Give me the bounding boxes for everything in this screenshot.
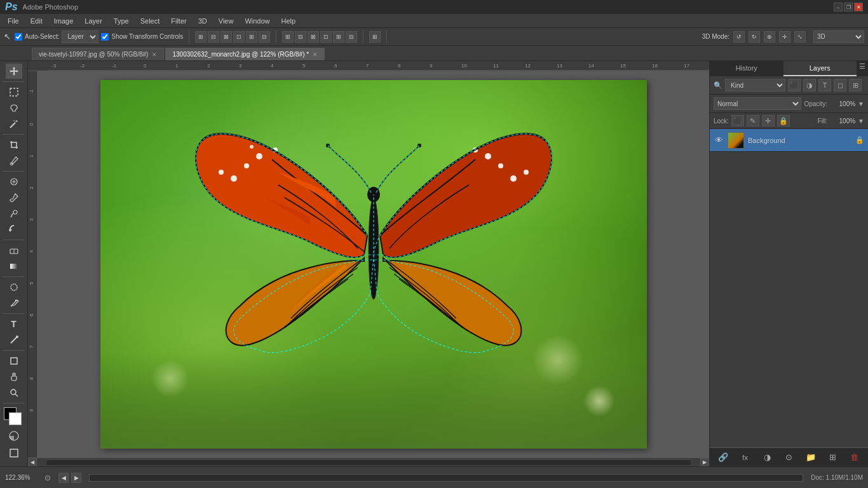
close-button[interactable]: ✕ (854, 3, 863, 11)
scale-3d-icon[interactable]: ⤡ (794, 31, 806, 43)
layer-name[interactable]: Background (748, 137, 851, 144)
dist-top-icon[interactable]: ⊡ (320, 31, 332, 43)
nav-next-button[interactable]: ▶ (71, 473, 81, 483)
auto-select-dropdown[interactable]: Layer Group (62, 30, 98, 43)
crop-tool-button[interactable] (6, 137, 22, 152)
document-tab-2[interactable]: 1300302632_monarch2.jpg @ 122% (RGB/8#) … (165, 48, 325, 60)
new-layer-mask-button[interactable]: ⊙ (782, 451, 795, 464)
kind-adjust-icon[interactable]: ◑ (803, 79, 816, 92)
type-tool-button[interactable]: T (6, 316, 22, 332)
opacity-arrow[interactable]: ▼ (858, 100, 864, 107)
menu-window[interactable]: Window (240, 16, 275, 26)
screen-mode-button[interactable] (6, 445, 22, 461)
menu-type[interactable]: Type (109, 16, 134, 26)
blend-mode-dropdown[interactable]: Normal Dissolve Multiply Screen Overlay (714, 97, 801, 110)
eraser-tool-button[interactable] (6, 243, 22, 258)
blur-tool-button[interactable] (6, 280, 22, 295)
roll-3d-icon[interactable]: ↻ (749, 31, 760, 43)
kind-filter-dropdown[interactable]: Kind Name Effect Mode Attribute Color (725, 79, 785, 92)
fill-value[interactable]: 100% (830, 118, 855, 125)
lock-all-button[interactable]: 🔒 (777, 115, 790, 126)
history-brush-button[interactable] (6, 222, 22, 237)
nav-prev-button[interactable]: ◀ (58, 473, 69, 483)
align-left-icon[interactable]: ⊞ (195, 31, 207, 43)
background-color[interactable] (9, 412, 22, 425)
new-fill-layer-button[interactable]: ◑ (761, 451, 773, 464)
layer-visibility-icon[interactable]: 👁 (714, 135, 724, 146)
menu-view[interactable]: View (214, 16, 239, 26)
eyedropper-tool-button[interactable] (6, 153, 22, 168)
scroll-right-arrow[interactable]: ▶ (700, 458, 709, 467)
dist-bottom-icon[interactable]: ⊟ (346, 31, 357, 43)
lock-pixels-button[interactable]: ⬛ (731, 115, 744, 126)
menu-3d[interactable]: 3D (193, 16, 212, 26)
menu-image[interactable]: Image (49, 16, 79, 26)
layer-effects-button[interactable]: fx (739, 451, 752, 464)
dist-center-h-icon[interactable]: ⊟ (295, 31, 306, 43)
scroll-track[interactable] (46, 459, 691, 466)
kind-shape-icon[interactable]: ◻ (834, 79, 846, 92)
drag-3d-icon[interactable]: ⊕ (764, 31, 775, 43)
hand-tool-button[interactable] (6, 369, 22, 384)
dist-left-icon[interactable]: ⊞ (282, 31, 294, 43)
dist-center-v-icon[interactable]: ⊞ (333, 31, 344, 43)
brush-tool-button[interactable] (6, 190, 22, 205)
delete-layer-button[interactable]: 🗑 (848, 451, 861, 464)
document-tab-1[interactable]: vie-tsvetyi-10997.jpg @ 50% (RGB/8#) ✕ (32, 48, 164, 60)
tab-1-close[interactable]: ✕ (152, 51, 157, 58)
opacity-value[interactable]: 100% (830, 100, 855, 107)
gradient-tool-button[interactable] (6, 259, 22, 274)
menu-select[interactable]: Select (135, 16, 165, 26)
lock-transform-button[interactable]: ✛ (762, 115, 775, 126)
lasso-tool-button[interactable] (6, 100, 22, 116)
kind-pixel-icon[interactable]: ⬛ (788, 79, 801, 92)
menu-layer[interactable]: Layer (79, 16, 107, 26)
align-center-h-icon[interactable]: ⊟ (208, 31, 219, 43)
status-scrollbar[interactable] (89, 474, 803, 482)
show-transform-checkbox[interactable] (101, 33, 109, 41)
zoom-tool-button[interactable] (6, 385, 22, 400)
marquee-tool-button[interactable] (6, 85, 22, 100)
align-right-icon[interactable]: ⊠ (220, 31, 232, 43)
menu-file[interactable]: File (3, 16, 24, 26)
align-center-v-icon[interactable]: ⊞ (246, 31, 257, 43)
maximize-button[interactable]: ❐ (844, 3, 853, 11)
lock-position-button[interactable]: ✎ (747, 115, 759, 126)
path-select-button[interactable] (6, 332, 22, 348)
scroll-left-arrow[interactable]: ◀ (28, 458, 37, 467)
butterfly-image[interactable] (100, 80, 647, 449)
align-top-icon[interactable]: ⊡ (233, 31, 245, 43)
slide-3d-icon[interactable]: ✛ (779, 31, 790, 43)
tab-2-close[interactable]: ✕ (313, 51, 318, 58)
transform-icon[interactable]: ⊞ (369, 31, 381, 43)
pen-tool-button[interactable] (6, 295, 22, 311)
3d-select-dropdown[interactable]: 3D (813, 30, 864, 43)
shape-tool-button[interactable] (6, 353, 22, 369)
auto-select-checkbox[interactable] (15, 33, 22, 41)
minimize-button[interactable]: – (834, 3, 843, 11)
healing-brush-button[interactable] (6, 174, 22, 189)
new-group-button[interactable]: 📁 (804, 451, 817, 464)
canvas-content[interactable] (38, 71, 709, 458)
kind-smart-icon[interactable]: ⊞ (849, 79, 862, 92)
panel-menu-icon[interactable]: ☰ (857, 61, 868, 76)
tab-layers[interactable]: Layers (783, 61, 857, 76)
clone-stamp-button[interactable] (6, 206, 22, 221)
new-layer-button[interactable]: ⊞ (826, 451, 839, 464)
fill-arrow[interactable]: ▼ (858, 118, 864, 125)
link-layers-button[interactable]: 🔗 (717, 451, 729, 464)
menu-edit[interactable]: Edit (25, 16, 48, 26)
align-bottom-icon[interactable]: ⊟ (259, 31, 270, 43)
kind-type-icon[interactable]: T (818, 79, 831, 92)
layer-background[interactable]: 👁 Background 🔒 (710, 129, 868, 152)
tab-history[interactable]: History (710, 61, 783, 76)
menu-filter[interactable]: Filter (166, 16, 191, 26)
horizontal-scrollbar[interactable]: ◀ ▶ (28, 458, 709, 466)
menu-help[interactable]: Help (276, 16, 301, 26)
rotate-3d-icon[interactable]: ↺ (733, 31, 745, 43)
dist-right-icon[interactable]: ⊠ (308, 31, 319, 43)
color-swatches[interactable] (4, 407, 24, 425)
move-tool-button[interactable] (6, 64, 22, 79)
magic-wand-tool-button[interactable] (6, 116, 22, 132)
quick-mask-button[interactable] (6, 428, 22, 444)
